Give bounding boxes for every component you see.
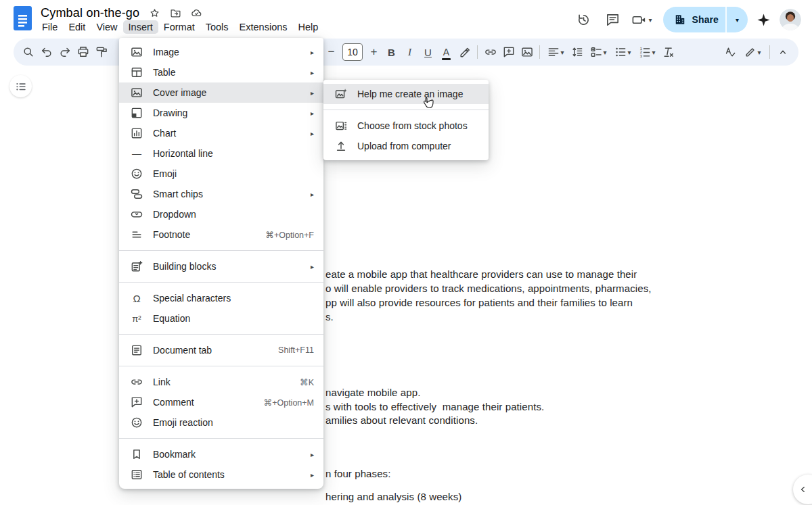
line-spacing-button[interactable] — [568, 43, 586, 62]
clear-formatting-button[interactable] — [659, 43, 677, 62]
decrease-font-size-button[interactable]: − — [322, 43, 340, 62]
submenu-item-upload-from-computer[interactable]: Upload from computer — [323, 136, 489, 156]
menu-item-footnote[interactable]: Footnote ⌘+Option+F — [119, 224, 323, 245]
video-camera-icon — [631, 12, 647, 28]
image-sparkle-icon — [334, 87, 348, 101]
cloud-saved-icon — [191, 7, 202, 19]
google-docs-logo[interactable] — [14, 6, 32, 30]
star-icon[interactable] — [149, 7, 160, 19]
stock-photos-icon — [334, 119, 348, 133]
menu-item-table[interactable]: Table ▸ — [119, 62, 323, 82]
paint-format-button[interactable] — [92, 43, 110, 62]
align-button[interactable]: ▾ — [543, 43, 568, 62]
hide-menus-button[interactable] — [773, 43, 792, 62]
doc-text-line: s. — [325, 311, 334, 322]
move-folder-icon[interactable] — [170, 7, 181, 19]
font-size-input[interactable]: 10 — [342, 43, 363, 61]
insert-link-button[interactable] — [481, 43, 499, 62]
menu-divider — [119, 366, 323, 366]
smart-chips-icon — [130, 187, 143, 201]
menu-help[interactable]: Help — [293, 20, 324, 34]
submenu-item-choose-from-stock-photos[interactable]: Choose from stock photos — [323, 116, 489, 136]
toolbar-separator — [539, 45, 540, 59]
editing-mode-button[interactable]: ▾ — [739, 43, 766, 62]
menu-item-emoji[interactable]: Emoji — [119, 164, 323, 184]
table-icon — [130, 66, 143, 79]
submenu-arrow-icon: ▸ — [311, 110, 314, 117]
submenu-arrow-icon: ▸ — [311, 451, 314, 458]
share-dropdown-button[interactable]: ▾ — [727, 7, 748, 32]
menu-item-cover-image[interactable]: Cover image ▸ — [119, 82, 323, 103]
redo-button[interactable] — [55, 43, 74, 62]
account-avatar[interactable] — [780, 9, 801, 30]
version-history-button[interactable] — [576, 12, 591, 28]
submenu-arrow-icon: ▸ — [311, 130, 314, 137]
add-comment-button[interactable] — [499, 43, 518, 62]
menu-divider — [119, 282, 323, 283]
menu-item-link[interactable]: Link ⌘K — [119, 372, 323, 392]
chevron-left-icon — [796, 483, 810, 496]
menu-file[interactable]: File — [37, 20, 63, 34]
hand-cursor-icon — [420, 95, 436, 112]
bookmark-icon — [130, 448, 143, 461]
menu-format[interactable]: Format — [158, 20, 200, 34]
bulleted-list-button[interactable]: ▾ — [610, 43, 635, 62]
undo-button[interactable] — [37, 43, 55, 62]
insert-image-button[interactable] — [518, 43, 536, 62]
menu-item-drawing[interactable]: Drawing ▸ — [119, 103, 323, 123]
cover-image-submenu: Help me create an image Choose from stoc… — [323, 80, 489, 160]
menu-divider — [119, 438, 323, 439]
menu-item-building-blocks[interactable]: Building blocks ▸ — [119, 256, 323, 276]
spelling-check-button[interactable] — [721, 43, 739, 62]
doc-text-line: pp will also provide resources for patie… — [325, 297, 633, 308]
doc-text-line: n four phases: — [325, 468, 390, 479]
doc-text-line: navigate mobile app. — [325, 387, 420, 398]
menu-item-emoji-reaction[interactable]: Emoji reaction — [119, 412, 323, 433]
menu-item-special-characters[interactable]: Ω Special characters — [119, 288, 323, 308]
menu-insert[interactable]: Insert — [123, 20, 158, 34]
building-blocks-icon — [130, 260, 143, 273]
print-button[interactable] — [74, 43, 92, 62]
menu-item-comment[interactable]: Comment ⌘+Option+M — [119, 392, 323, 412]
menu-extensions[interactable]: Extensions — [234, 20, 293, 34]
share-button[interactable]: Share — [663, 7, 725, 32]
menu-item-horizontal-line[interactable]: — Horizontal line — [119, 143, 323, 164]
horizontal-line-icon: — — [130, 147, 143, 160]
search-menus-button[interactable] — [19, 43, 37, 62]
submenu-item-help-me-create-an-image[interactable]: Help me create an image — [323, 84, 489, 104]
submenu-arrow-icon: ▸ — [311, 49, 314, 56]
menu-item-dropdown[interactable]: Dropdown — [119, 204, 323, 224]
meet-video-button[interactable]: ▾ — [631, 12, 652, 28]
menu-item-smart-chips[interactable]: Smart chips ▸ — [119, 184, 323, 204]
checklist-button[interactable]: ▾ — [586, 43, 610, 62]
increase-font-size-button[interactable]: + — [365, 43, 383, 62]
menu-view[interactable]: View — [91, 20, 122, 34]
numbered-list-button[interactable]: ▾ — [635, 43, 659, 62]
menu-item-table-of-contents[interactable]: Table of contents ▸ — [119, 464, 323, 485]
menu-item-document-tab[interactable]: Document tab Shift+F11 — [119, 340, 323, 360]
menu-item-bookmark[interactable]: Bookmark ▸ — [119, 444, 323, 464]
footnote-icon — [130, 228, 143, 241]
emoji-icon — [130, 167, 143, 181]
top-bar: Cymbal on-the-go File Edit View Insert F… — [0, 0, 812, 38]
emoji-reaction-icon — [130, 416, 143, 429]
menu-tools[interactable]: Tools — [200, 20, 234, 34]
menu-divider — [323, 110, 489, 110]
menu-item-equation[interactable]: π² Equation — [119, 308, 323, 329]
doc-text-line: amilies about relevant conditions. — [325, 414, 478, 426]
menu-edit[interactable]: Edit — [63, 20, 91, 34]
bold-button[interactable]: B — [382, 43, 401, 62]
organization-building-icon — [673, 13, 687, 26]
italic-button[interactable]: I — [401, 43, 419, 62]
submenu-arrow-icon: ▸ — [311, 89, 314, 97]
comments-button[interactable] — [605, 12, 621, 28]
gemini-sparkle-button[interactable] — [756, 12, 771, 28]
share-button-group: Share ▾ — [663, 7, 748, 32]
highlight-color-button[interactable] — [455, 43, 474, 62]
text-color-button[interactable]: A — [437, 43, 455, 62]
menu-divider — [119, 250, 323, 251]
underline-button[interactable]: U — [419, 43, 437, 62]
document-title[interactable]: Cymbal on-the-go — [41, 6, 139, 20]
menu-item-chart[interactable]: Chart ▸ — [119, 123, 323, 143]
menu-item-image[interactable]: Image ▸ — [119, 42, 323, 62]
